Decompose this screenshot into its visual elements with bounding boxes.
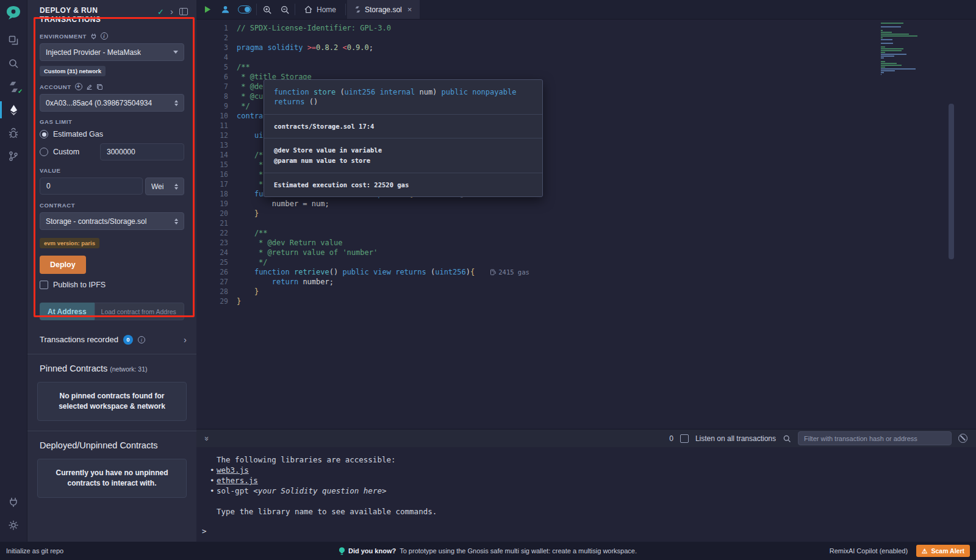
zoom-in-icon[interactable] [258, 0, 276, 19]
line-number: 11 [196, 121, 228, 131]
code-line[interactable]: * @dev Return value [237, 238, 909, 248]
plug-icon[interactable] [90, 33, 97, 40]
account-select[interactable]: 0xA03...85ac4 (0.398673504934 [40, 94, 184, 112]
listen-transactions-checkbox[interactable] [680, 434, 689, 443]
environment-value: Injected Provider - MetaMask [46, 48, 141, 57]
lightbulb-icon [339, 547, 345, 555]
close-tab-icon[interactable]: × [407, 5, 412, 14]
code-line[interactable]: number = num; [237, 199, 909, 209]
updown-arrows-icon [174, 100, 178, 106]
tab-storage-sol[interactable]: Storage.sol × [347, 0, 420, 19]
code-line[interactable]: } [237, 296, 909, 306]
tab-home-label: Home [317, 5, 336, 14]
publish-collaborate-icon[interactable] [217, 0, 234, 19]
publish-ipfs-row: Publish to IPFS [40, 281, 184, 289]
transactions-expand-chevron-icon[interactable]: › [184, 334, 187, 345]
scrollbar-thumb[interactable] [949, 104, 954, 259]
terminal[interactable]: The following libraries are accessible:w… [196, 447, 976, 542]
gas-estimate-annotation: 2415 gas [490, 267, 529, 277]
contract-select[interactable]: Storage - contracts/Storage.sol [40, 212, 184, 230]
at-address-input[interactable] [95, 303, 184, 320]
code-editor[interactable]: 1234567891011121314151617181920212223242… [196, 20, 976, 429]
code-line[interactable]: */ [237, 257, 909, 267]
line-number: 6 [196, 72, 228, 82]
value-unit-select[interactable]: Wei [145, 178, 184, 195]
file-explorer-icon[interactable] [0, 29, 27, 52]
minimap[interactable] [881, 23, 921, 76]
code-line[interactable]: // SPDX-License-Identifier: GPL-3.0 [237, 23, 909, 33]
terminal-prompt[interactable]: > [196, 526, 976, 536]
toggle-icon[interactable] [234, 0, 255, 19]
code-line[interactable] [237, 52, 909, 62]
environment-info-icon[interactable]: i [101, 32, 108, 40]
pin-panel-icon[interactable] [179, 8, 188, 15]
compile-success-check-icon: ✓ [18, 88, 23, 95]
search-icon[interactable] [0, 52, 27, 75]
terminal-link[interactable]: ethers.js [217, 476, 258, 485]
add-account-icon[interactable] [75, 83, 82, 90]
terminal-link[interactable]: web3.js [217, 465, 249, 475]
terminal-line: The following libraries are accessible: [196, 454, 976, 465]
line-number: 18 [196, 189, 228, 199]
code-line[interactable]: /** [237, 62, 909, 72]
sign-message-icon[interactable] [86, 84, 93, 90]
line-number: 25 [196, 257, 228, 267]
line-number: 5 [196, 62, 228, 72]
value-input[interactable] [40, 178, 143, 195]
plugin-active-check-icon: ✓ [157, 7, 164, 16]
terminal-search-icon[interactable] [783, 434, 791, 443]
transactions-info-icon[interactable]: i [138, 336, 145, 343]
panel-expand-chevron-icon[interactable]: › [170, 6, 173, 16]
zoom-out-icon[interactable] [276, 0, 293, 19]
code-line[interactable]: } [237, 209, 909, 218]
line-number: 19 [196, 199, 228, 209]
editor-scrollbar[interactable] [949, 20, 954, 429]
remix-logo-icon[interactable] [5, 5, 21, 20]
tip-bold: Did you know? [348, 547, 396, 555]
code-line[interactable]: } [237, 287, 909, 296]
code-line[interactable]: * @return value of 'number' [237, 248, 909, 257]
scam-alert-label: Scam Alert [931, 547, 964, 555]
terminal-line: web3.js [196, 465, 976, 475]
account-value: 0xA03...85ac4 (0.398673504934 [46, 99, 152, 107]
publish-ipfs-checkbox[interactable] [40, 281, 48, 289]
code-line[interactable] [237, 218, 909, 228]
line-number: 23 [196, 238, 228, 248]
clear-console-icon[interactable] [958, 434, 967, 443]
git-init-button[interactable]: Initialize as git repo [6, 547, 63, 555]
tooltip-location: contracts/Storage.sol 17:4 [264, 114, 542, 138]
line-number: 13 [196, 140, 228, 150]
code-line[interactable]: function retrieve() public view returns … [237, 267, 909, 277]
debugger-icon[interactable] [0, 121, 27, 145]
at-address-button[interactable]: At Address [40, 303, 95, 320]
environment-label-row: ENVIRONMENT i [40, 32, 184, 40]
hover-tooltip: function store (uint256 internal num) pu… [264, 79, 543, 197]
pinned-empty-message: No pinned contracts found for selected w… [37, 382, 187, 421]
tooltip-cost: Estimated execution cost: 22520 gas [264, 173, 542, 196]
activity-bar: ✓ [0, 0, 27, 542]
deploy-button[interactable]: Deploy [40, 256, 86, 274]
estimated-gas-radio[interactable] [40, 130, 48, 138]
copilot-status[interactable]: RemixAI Copilot (enabled) [830, 547, 908, 555]
copy-account-icon[interactable] [96, 84, 103, 90]
line-number: 10 [196, 111, 228, 121]
line-number: 29 [196, 296, 228, 306]
settings-gear-icon[interactable] [0, 514, 27, 537]
deploy-and-run-icon[interactable] [0, 98, 27, 121]
code-line[interactable]: /** [237, 228, 909, 238]
transaction-filter-input[interactable] [798, 431, 952, 445]
environment-select[interactable]: Injected Provider - MetaMask [40, 43, 184, 61]
custom-gas-radio[interactable] [40, 148, 48, 156]
tab-home[interactable]: Home [296, 0, 344, 19]
run-script-icon[interactable] [199, 0, 217, 19]
solidity-compiler-icon[interactable]: ✓ [0, 75, 27, 98]
custom-gas-input[interactable] [100, 143, 184, 160]
code-line[interactable] [237, 33, 909, 43]
collapse-terminal-icon[interactable]: » [203, 436, 212, 440]
source-control-icon[interactable] [0, 145, 27, 168]
code-line[interactable]: pragma solidity >=0.8.2 <0.9.0; [237, 43, 909, 52]
code-line[interactable]: return number; [237, 277, 909, 287]
line-number: 2 [196, 33, 228, 43]
plugin-manager-icon[interactable] [0, 490, 27, 514]
scam-alert-button[interactable]: ⚠ Scam Alert [916, 545, 970, 557]
